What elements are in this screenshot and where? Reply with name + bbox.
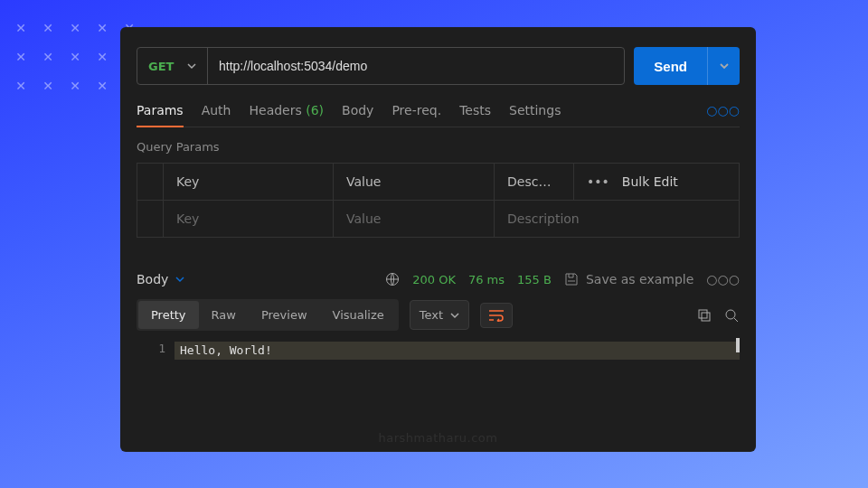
wrap-lines-button[interactable] (480, 303, 513, 328)
svg-point-3 (726, 310, 735, 319)
url-input[interactable] (208, 48, 624, 84)
view-tab-raw[interactable]: Raw (199, 301, 249, 329)
query-params-title: Query Params (137, 140, 740, 154)
chevron-down-icon (175, 275, 184, 284)
wrap-icon (488, 309, 505, 322)
tab-tests[interactable]: Tests (459, 103, 491, 127)
api-client-window: GET Send Params Auth Headers (6) Body Pr… (120, 27, 756, 452)
watermark: harshmatharu.com (379, 431, 498, 445)
scrollbar-indicator (736, 338, 740, 352)
params-col-value: Value (334, 164, 495, 200)
request-tabs: Params Auth Headers (6) Body Pre-req. Te… (137, 103, 740, 127)
params-empty-row[interactable]: Key Value Description (137, 201, 739, 237)
params-col-key: Key (164, 164, 334, 200)
save-as-example-button[interactable]: Save as example (564, 272, 693, 286)
tabs-more-button[interactable]: ○○○ (706, 103, 740, 127)
response-view-toolbar: Pretty Raw Preview Visualize Text (137, 299, 740, 331)
bulk-edit-button[interactable]: Bulk Edit (622, 174, 678, 189)
response-meta-bar: Body 200 OK 76 ms 155 B Save as example … (137, 272, 740, 286)
param-desc-input[interactable]: Description (495, 201, 739, 237)
request-bar: GET Send (137, 47, 740, 85)
chevron-down-icon (450, 311, 459, 320)
response-more-button[interactable]: ○○○ (706, 272, 740, 286)
params-table: Key Value Desc… ••• Bulk Edit Key Value … (137, 163, 740, 238)
params-header-actions: ••• Bulk Edit (574, 164, 739, 200)
save-icon (564, 272, 579, 286)
response-size: 155 B (517, 273, 552, 286)
send-more-button[interactable] (707, 47, 740, 85)
view-tab-visualize[interactable]: Visualize (320, 301, 397, 329)
tab-prereq[interactable]: Pre-req. (392, 103, 441, 127)
response-time: 76 ms (468, 273, 505, 286)
params-header-row: Key Value Desc… ••• Bulk Edit (137, 164, 739, 201)
tab-params[interactable]: Params (137, 103, 184, 127)
tab-headers[interactable]: Headers (6) (249, 103, 324, 127)
response-body-dropdown[interactable]: Body (137, 272, 184, 286)
params-col-desc: Desc… (495, 164, 574, 200)
search-icon[interactable] (723, 307, 740, 324)
line-number: 1 (137, 342, 175, 360)
view-tab-preview[interactable]: Preview (249, 301, 320, 329)
http-method-label: GET (148, 60, 174, 73)
tab-settings[interactable]: Settings (509, 103, 561, 127)
response-format-select[interactable]: Text (410, 300, 469, 330)
send-group: Send (634, 47, 740, 85)
more-columns-icon[interactable]: ••• (587, 174, 609, 189)
url-group: GET (137, 47, 625, 85)
response-line-1: Hello, World! (175, 342, 740, 360)
tab-body[interactable]: Body (342, 103, 373, 127)
params-col-toggle[interactable] (137, 164, 164, 200)
svg-rect-1 (699, 310, 707, 318)
response-view-tabs: Pretty Raw Preview Visualize (137, 299, 399, 331)
svg-rect-2 (702, 313, 710, 321)
param-value-input[interactable]: Value (334, 201, 495, 237)
response-body-viewer[interactable]: 1 Hello, World! (137, 342, 740, 360)
send-button[interactable]: Send (634, 47, 707, 85)
chevron-down-icon (720, 61, 729, 70)
tab-auth[interactable]: Auth (202, 103, 231, 127)
response-status: 200 OK (412, 273, 456, 286)
param-key-input[interactable]: Key (164, 201, 334, 237)
view-tab-pretty[interactable]: Pretty (138, 301, 199, 329)
http-method-select[interactable]: GET (137, 48, 208, 84)
globe-icon[interactable] (385, 272, 400, 286)
copy-icon[interactable] (696, 307, 712, 324)
chevron-down-icon (187, 61, 196, 70)
